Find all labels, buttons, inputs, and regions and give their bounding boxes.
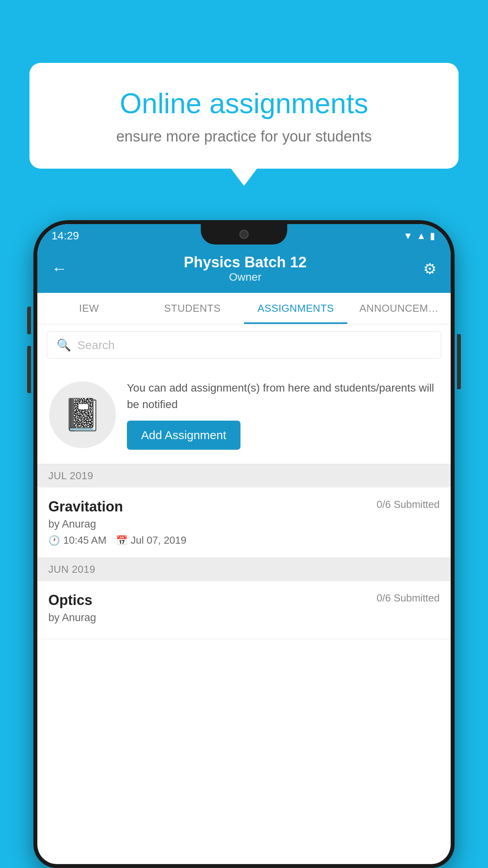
assignment-item-optics[interactable]: Optics 0/6 Submitted by Anurag — [37, 581, 451, 639]
back-button[interactable]: ← — [51, 260, 67, 278]
empty-state-content: You can add assignment(s) from here and … — [127, 380, 439, 450]
assignment-item-gravitation[interactable]: Gravitation 0/6 Submitted by Anurag 🕐 10… — [37, 487, 451, 558]
tab-assignments[interactable]: ASSIGNMENTS — [244, 293, 347, 324]
speech-bubble-container: Online assignments ensure more practice … — [29, 63, 459, 169]
speech-bubble: Online assignments ensure more practice … — [29, 63, 459, 169]
search-icon: 🔍 — [57, 338, 71, 352]
speech-bubble-title: Online assignments — [57, 86, 431, 120]
tabs-container: IEW STUDENTS ASSIGNMENTS ANNOUNCEM… — [37, 293, 451, 324]
month-separator-jun: JUN 2019 — [37, 558, 451, 581]
signal-icon: ▲ — [416, 230, 426, 241]
search-container: 🔍 Search — [37, 324, 451, 366]
header-title: Physics Batch 12 — [184, 254, 307, 271]
app-header: ← Physics Batch 12 Owner ⚙ — [37, 246, 451, 293]
status-icons: ▼ ▲ ▮ — [403, 230, 435, 241]
assignment-date: 📅 Jul 07, 2019 — [116, 534, 187, 546]
assignment-header-optics: Optics 0/6 Submitted — [48, 592, 440, 609]
clock-icon: 🕐 — [48, 535, 60, 546]
front-camera — [239, 230, 249, 239]
assignment-submitted: 0/6 Submitted — [377, 498, 440, 511]
add-assignment-button[interactable]: Add Assignment — [127, 421, 240, 450]
assignment-name: Gravitation — [48, 498, 123, 515]
tab-announcements[interactable]: ANNOUNCEM… — [347, 293, 451, 324]
empty-state-description: You can add assignment(s) from here and … — [127, 380, 439, 413]
settings-icon[interactable]: ⚙ — [423, 260, 437, 278]
assignment-by: by Anurag — [48, 518, 440, 530]
volume-down-button — [27, 346, 31, 393]
assignment-meta: 🕐 10:45 AM 📅 Jul 07, 2019 — [48, 534, 440, 546]
assignment-header: Gravitation 0/6 Submitted — [48, 498, 440, 515]
empty-state-card: 📓 You can add assignment(s) from here an… — [37, 366, 451, 464]
power-button — [457, 334, 461, 389]
battery-icon: ▮ — [430, 230, 435, 241]
wifi-icon: ▼ — [403, 230, 413, 241]
header-subtitle: Owner — [184, 271, 307, 283]
assignment-time: 🕐 10:45 AM — [48, 534, 106, 546]
phone-notch — [201, 224, 287, 245]
assignment-name-optics: Optics — [48, 592, 92, 609]
assignment-icon-circle: 📓 — [49, 381, 116, 448]
volume-up-button — [27, 307, 31, 334]
tab-students[interactable]: STUDENTS — [141, 293, 244, 324]
assignment-by-optics: by Anurag — [48, 612, 440, 624]
calendar-icon: 📅 — [116, 535, 128, 546]
tab-iew[interactable]: IEW — [37, 293, 141, 324]
assignment-submitted-optics: 0/6 Submitted — [377, 592, 440, 604]
search-bar[interactable]: 🔍 Search — [47, 331, 441, 359]
status-time: 14:29 — [51, 230, 79, 242]
content-area: 🔍 Search 📓 You can add assignment(s) fro… — [37, 324, 451, 639]
notebook-icon: 📓 — [63, 396, 102, 433]
phone-frame: 14:29 ▼ ▲ ▮ ← Physics Batch 12 Owner ⚙ I… — [33, 220, 455, 868]
month-separator-jul: JUL 2019 — [37, 464, 451, 487]
header-title-group: Physics Batch 12 Owner — [184, 254, 307, 283]
search-placeholder: Search — [77, 338, 115, 352]
speech-bubble-subtitle: ensure more practice for your students — [57, 128, 431, 145]
phone-screen: 14:29 ▼ ▲ ▮ ← Physics Batch 12 Owner ⚙ I… — [37, 224, 451, 864]
